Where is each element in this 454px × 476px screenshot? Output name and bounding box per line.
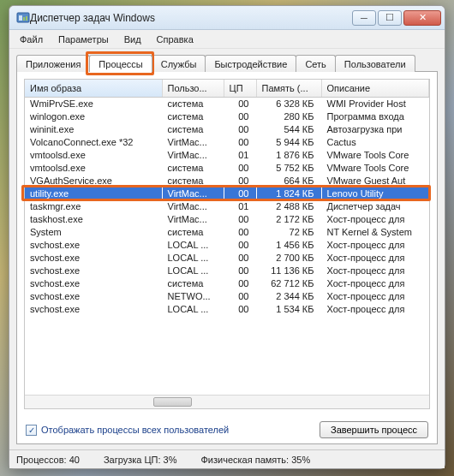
- cell-image: taskhost.exe: [25, 213, 162, 226]
- cell-description: NT Kernel & System: [321, 226, 429, 239]
- col-memory[interactable]: Память (...: [256, 80, 321, 98]
- cell-cpu: 00: [224, 226, 256, 239]
- svg-rect-1: [19, 15, 22, 21]
- cell-cpu: 01: [224, 149, 256, 162]
- table-row[interactable]: svchost.exeNETWO...002 344 КБХост-процес…: [25, 290, 429, 303]
- cell-user: LOCAL ...: [162, 265, 224, 277]
- cell-user: LOCAL ...: [162, 239, 224, 252]
- table-row[interactable]: vmtoolsd.exeсистема005 752 КБVMware Tool…: [25, 162, 429, 175]
- menu-file[interactable]: Файл: [13, 33, 50, 46]
- process-table-wrap: Имя образа Пользо... ЦП Память (... Опис…: [24, 79, 430, 409]
- cell-user: VirtMac...: [162, 200, 224, 213]
- cell-cpu: 00: [224, 252, 256, 265]
- bottom-controls: ✓ Отображать процессы всех пользователей…: [17, 416, 437, 443]
- cell-image: svchost.exe: [25, 290, 162, 303]
- cell-description: Хост-процесс для: [321, 265, 429, 277]
- cell-memory: 72 КБ: [256, 226, 321, 239]
- cell-cpu: 01: [224, 200, 256, 213]
- cell-image: winlogon.exe: [25, 110, 162, 123]
- tab-users[interactable]: Пользователи: [335, 55, 415, 72]
- table-row[interactable]: utility.exeVirtMac...001 824 КБLenovo Ut…: [25, 187, 429, 200]
- end-process-button[interactable]: Завершить процесс: [320, 421, 428, 438]
- cell-image: utility.exe: [25, 187, 162, 200]
- tab-strip: Приложения Процессы Службы Быстродействи…: [9, 49, 445, 71]
- table-row[interactable]: Systemсистема0072 КБNT Kernel & System: [25, 226, 429, 239]
- cell-image: VolcanoConnect.exe *32: [25, 136, 162, 149]
- checkbox-label: Отображать процессы всех пользователей: [41, 425, 229, 435]
- cell-image: svchost.exe: [25, 252, 162, 265]
- cell-memory: 1 456 КБ: [256, 239, 321, 252]
- cell-user: система: [162, 226, 224, 239]
- tab-performance[interactable]: Быстродействие: [205, 55, 296, 72]
- cell-image: svchost.exe: [25, 277, 162, 290]
- process-table: Имя образа Пользо... ЦП Память (... Опис…: [25, 80, 429, 316]
- cell-image: VGAuthService.exe: [25, 175, 162, 187]
- cell-memory: 1 824 КБ: [256, 187, 321, 200]
- cell-user: VirtMac...: [162, 136, 224, 149]
- cell-memory: 2 172 КБ: [256, 213, 321, 226]
- cell-cpu: 00: [224, 239, 256, 252]
- window-title: Диспетчер задач Windows: [30, 12, 352, 24]
- table-row[interactable]: svchost.exeLOCAL ...0011 136 КБХост-проц…: [25, 265, 429, 277]
- table-row[interactable]: svchost.exeLOCAL ...001 456 КБХост-проце…: [25, 239, 429, 252]
- col-cpu[interactable]: ЦП: [224, 80, 256, 98]
- table-row[interactable]: vmtoolsd.exeVirtMac...011 876 КБVMware T…: [25, 149, 429, 162]
- cell-memory: 5 752 КБ: [256, 162, 321, 175]
- titlebar[interactable]: Диспетчер задач Windows ─ ☐ ✕: [9, 6, 445, 30]
- cell-user: система: [162, 123, 224, 136]
- cell-memory: 1 876 КБ: [256, 149, 321, 162]
- minimize-button[interactable]: ─: [352, 10, 376, 26]
- table-row[interactable]: svchost.exeсистема0062 712 КБХост-процес…: [25, 277, 429, 290]
- table-row[interactable]: svchost.exeLOCAL ...002 700 КБХост-проце…: [25, 252, 429, 265]
- col-user[interactable]: Пользо...: [162, 80, 224, 98]
- table-row[interactable]: svchost.exeLOCAL ...001 534 КБХост-проце…: [25, 303, 429, 316]
- cell-image: vmtoolsd.exe: [25, 149, 162, 162]
- task-manager-window: Диспетчер задач Windows ─ ☐ ✕ Файл Парам…: [9, 5, 445, 469]
- cell-description: Программа входа: [321, 110, 429, 123]
- cell-cpu: 00: [224, 136, 256, 149]
- cell-image: vmtoolsd.exe: [25, 162, 162, 175]
- cell-memory: 2 344 КБ: [256, 290, 321, 303]
- table-row[interactable]: VGAuthService.exeсистема00664 КБVMware G…: [25, 175, 429, 187]
- cell-cpu: 00: [224, 175, 256, 187]
- cell-user: LOCAL ...: [162, 252, 224, 265]
- cell-user: VirtMac...: [162, 149, 224, 162]
- horizontal-scrollbar[interactable]: [25, 395, 429, 408]
- close-button[interactable]: ✕: [403, 10, 441, 26]
- menu-options[interactable]: Параметры: [51, 33, 116, 46]
- tab-services[interactable]: Службы: [152, 55, 206, 72]
- cell-cpu: 00: [224, 213, 256, 226]
- table-row[interactable]: VolcanoConnect.exe *32VirtMac...005 944 …: [25, 136, 429, 149]
- cell-description: VMware Tools Core: [321, 162, 429, 175]
- scrollbar-thumb[interactable]: [153, 397, 192, 407]
- cell-cpu: 00: [224, 110, 256, 123]
- tab-content: Имя образа Пользо... ЦП Память (... Опис…: [16, 71, 438, 444]
- tab-processes[interactable]: Процессы: [89, 55, 152, 72]
- task-manager-icon: [16, 11, 30, 25]
- cell-cpu: 00: [224, 98, 256, 111]
- cell-user: система: [162, 162, 224, 175]
- menubar: Файл Параметры Вид Справка: [9, 30, 445, 49]
- col-image-name[interactable]: Имя образа: [25, 80, 162, 98]
- cell-description: WMI Provider Host: [321, 98, 429, 111]
- cell-image: wininit.exe: [25, 123, 162, 136]
- cell-description: Хост-процесс для: [321, 290, 429, 303]
- table-row[interactable]: taskhost.exeVirtMac...002 172 КБХост-про…: [25, 213, 429, 226]
- tab-applications[interactable]: Приложения: [16, 55, 90, 72]
- col-description[interactable]: Описание: [321, 80, 429, 98]
- cell-user: система: [162, 277, 224, 290]
- cell-memory: 6 328 КБ: [256, 98, 321, 111]
- cell-image: System: [25, 226, 162, 239]
- cell-cpu: 00: [224, 162, 256, 175]
- cell-memory: 2 488 КБ: [256, 200, 321, 213]
- menu-help[interactable]: Справка: [150, 33, 200, 46]
- tab-network[interactable]: Сеть: [296, 55, 335, 72]
- table-row[interactable]: taskmgr.exeVirtMac...012 488 КБДиспетчер…: [25, 200, 429, 213]
- cell-cpu: 00: [224, 303, 256, 316]
- table-row[interactable]: winlogon.exeсистема00280 КБПрограмма вхо…: [25, 110, 429, 123]
- table-row[interactable]: WmiPrvSE.exeсистема006 328 КБWMI Provide…: [25, 98, 429, 111]
- maximize-button[interactable]: ☐: [378, 10, 402, 26]
- table-row[interactable]: wininit.exeсистема00544 КБАвтозагрузка п…: [25, 123, 429, 136]
- show-all-users-checkbox[interactable]: ✓ Отображать процессы всех пользователей: [26, 425, 229, 436]
- menu-view[interactable]: Вид: [117, 33, 148, 46]
